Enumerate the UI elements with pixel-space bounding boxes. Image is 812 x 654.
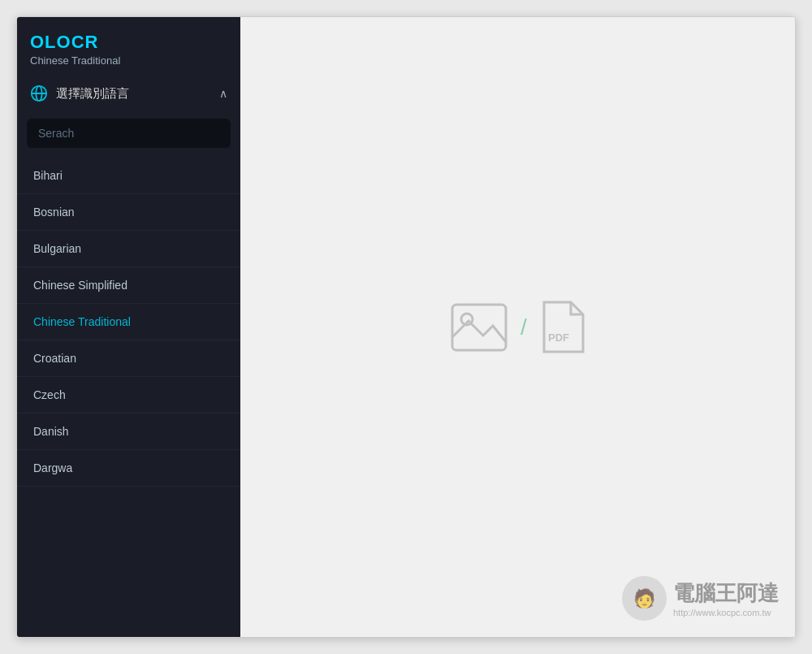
app-subtitle: Chinese Traditional	[30, 54, 227, 67]
language-item-croatian[interactable]: Croatian	[17, 340, 240, 377]
language-item-bosnian[interactable]: Bosnian	[17, 194, 240, 231]
sidebar-header: OLOCR Chinese Traditional	[17, 17, 240, 75]
image-icon	[451, 303, 508, 352]
globe-icon	[30, 84, 48, 102]
watermark-url: http://www.kocpc.com.tw	[673, 608, 771, 617]
pdf-icon: PDF	[540, 301, 585, 353]
language-item-bihari[interactable]: Bihari	[17, 158, 240, 194]
drop-zone[interactable]: / PDF	[451, 301, 585, 353]
watermark-row: 🧑 電腦王阿達 http://www.kocpc.com.tw	[622, 576, 779, 621]
language-item-danish[interactable]: Danish	[17, 414, 240, 450]
language-item-chinese-traditional[interactable]: Chinese Traditional	[17, 304, 240, 340]
language-section-toggle[interactable]: 選擇識別語言 ∧	[17, 75, 240, 112]
language-item-bulgarian[interactable]: Bulgarian	[17, 231, 240, 267]
main-content: / PDF 🧑 電腦王阿達 http://www.kocpc.com.tw	[240, 17, 795, 637]
section-label: 選擇識別語言	[56, 86, 211, 102]
search-input[interactable]	[27, 119, 231, 148]
watermark: 🧑 電腦王阿達 http://www.kocpc.com.tw	[622, 576, 779, 621]
language-item-dargwa[interactable]: Dargwa	[17, 450, 240, 487]
app-title: OLOCR	[30, 32, 227, 53]
chevron-up-icon: ∧	[219, 87, 227, 100]
language-item-czech[interactable]: Czech	[17, 377, 240, 414]
slash-divider: /	[520, 314, 527, 340]
avatar: 🧑	[622, 576, 667, 621]
sidebar: OLOCR Chinese Traditional 選擇識別語言 ∧ Bihar…	[17, 17, 240, 637]
watermark-chinese-text: 電腦王阿達	[673, 579, 779, 608]
language-list: BihariBosnianBulgarianChinese Simplified…	[17, 158, 240, 637]
svg-text:PDF: PDF	[548, 331, 569, 344]
language-item-chinese-simplified[interactable]: Chinese Simplified	[17, 267, 240, 304]
app-window: OLOCR Chinese Traditional 選擇識別語言 ∧ Bihar…	[16, 16, 796, 638]
watermark-text-group: 電腦王阿達 http://www.kocpc.com.tw	[673, 579, 779, 617]
search-box	[27, 119, 231, 148]
